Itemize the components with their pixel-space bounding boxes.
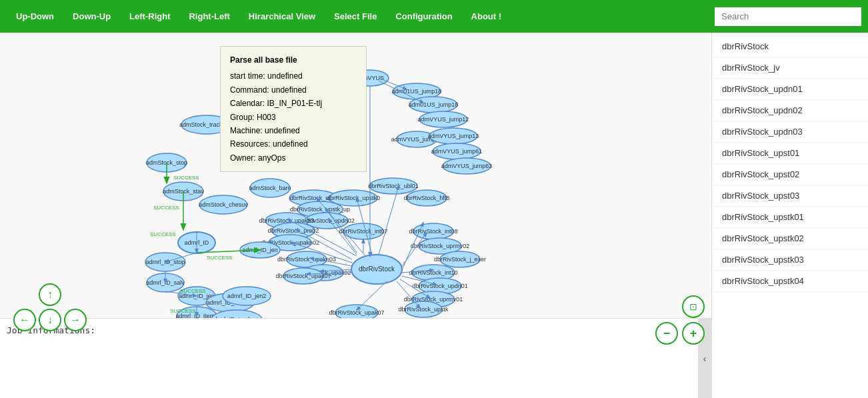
pan-right-button[interactable]: → bbox=[64, 309, 87, 331]
search-input[interactable] bbox=[715, 7, 861, 26]
pan-left-button[interactable]: ← bbox=[13, 309, 36, 331]
infobox-resources: Resources: undefined bbox=[230, 137, 357, 151]
nav-configuration[interactable]: Configuration bbox=[386, 0, 461, 33]
bottom-panel: Job informations: ‹ bbox=[0, 318, 711, 398]
pan-down-button[interactable]: ↓ bbox=[39, 309, 61, 331]
svg-text:dbrRivStock_updn01: dbrRivStock_updn01 bbox=[412, 283, 468, 289]
svg-text:admStock_barn: admStock_barn bbox=[249, 185, 291, 191]
nav-left-right[interactable]: Left-Right bbox=[120, 0, 179, 33]
sidebar-item-5[interactable]: dbrRivStock_upst01 bbox=[712, 143, 868, 164]
svg-text:SUCCESS: SUCCESS bbox=[207, 255, 233, 261]
sidebar-item-9[interactable]: dbrRivStock_upstk02 bbox=[712, 228, 868, 249]
infobox-owner: Owner: anyOps bbox=[230, 151, 357, 165]
svg-line-119 bbox=[379, 186, 399, 255]
nav-about[interactable]: About ! bbox=[462, 0, 511, 33]
svg-text:SUCCESS: SUCCESS bbox=[173, 175, 199, 181]
svg-text:dbrRivStock_hft8: dbrRivStock_hft8 bbox=[404, 195, 450, 201]
sidebar-item-7[interactable]: dbrRivStock_upst03 bbox=[712, 185, 868, 207]
info-box: Parse all base file start time: undefine… bbox=[220, 46, 367, 172]
nav-hierarchical-view[interactable]: Hirarchical View bbox=[239, 0, 325, 33]
sidebar: dbrRivStock dbrRivStock_jv dbrRivStock_u… bbox=[711, 33, 868, 398]
svg-text:admVYUS_jump12: admVYUS_jump12 bbox=[418, 116, 469, 123]
svg-text:admVYUS_jump61: admVYUS_jump61 bbox=[431, 148, 483, 155]
svg-line-107 bbox=[357, 281, 387, 310]
infobox-calendar: Calendar: IB_IN_P01-E-tlj bbox=[230, 97, 357, 110]
svg-text:dbrRivStock_j_exer: dbrRivStock_j_exer bbox=[434, 256, 486, 263]
main-area: Parse all base file start time: undefine… bbox=[0, 33, 868, 398]
svg-text:admStock_chesuv: admStock_chesuv bbox=[199, 201, 248, 208]
sidebar-item-8[interactable]: dbrRivStock_upstk01 bbox=[712, 207, 868, 228]
svg-text:SUCCESS: SUCCESS bbox=[180, 288, 206, 294]
svg-text:adm01US_jump18: adm01US_jump18 bbox=[392, 88, 442, 95]
infobox-group: Group: H003 bbox=[230, 111, 357, 124]
nav-select-file[interactable]: Select File bbox=[325, 0, 386, 33]
sidebar-item-10[interactable]: dbrRivStock_upstk03 bbox=[712, 249, 868, 271]
infobox-command: Command: undefined bbox=[230, 83, 357, 97]
nav-down-up[interactable]: Down-Up bbox=[63, 0, 120, 33]
navbar: Up-Down Down-Up Left-Right Right-Left Hi… bbox=[0, 0, 868, 33]
zoom-out-button[interactable]: − bbox=[655, 322, 678, 345]
svg-text:dbrRivStock_upstk_up: dbrRivStock_upstk_up bbox=[290, 206, 350, 213]
nav-right-left[interactable]: Right-Left bbox=[179, 0, 239, 33]
svg-text:admVYUS_jump63: admVYUS_jump63 bbox=[441, 163, 493, 169]
fit-button[interactable]: ⊡ bbox=[682, 295, 705, 318]
svg-text:dbrRivStock_upak07: dbrRivStock_upak07 bbox=[329, 309, 384, 316]
svg-text:dbrRivStock: dbrRivStock bbox=[359, 265, 395, 273]
svg-text:admVYUS_jump13: admVYUS_jump13 bbox=[428, 133, 479, 139]
sidebar-item-1[interactable]: dbrRivStock_jv bbox=[712, 57, 868, 79]
svg-text:dbrRivStock_upstk: dbrRivStock_upstk bbox=[398, 306, 449, 313]
svg-text:dbrRivStock_ubl01: dbrRivStock_ubl01 bbox=[368, 183, 419, 189]
infobox-machine: Machine: undefined bbox=[230, 124, 357, 137]
svg-text:SUCCESS: SUCCESS bbox=[153, 205, 179, 211]
svg-text:dbrRivStock_upakn03: dbrRivStock_upakn03 bbox=[277, 256, 336, 263]
sidebar-item-2[interactable]: dbrRivStock_updn01 bbox=[712, 79, 868, 100]
sidebar-item-0[interactable]: dbrRivStock bbox=[712, 36, 868, 57]
nav-controls: ↑ ← ↓ → bbox=[13, 283, 87, 331]
pan-up-button[interactable]: ↑ bbox=[39, 283, 61, 306]
job-info: Job informations: bbox=[0, 319, 698, 398]
svg-text:dbrRivStock_int08: dbrRivStock_int08 bbox=[409, 228, 457, 235]
graph-container[interactable]: Parse all base file start time: undefine… bbox=[0, 33, 711, 398]
svg-text:dbrRivStock_upstk0: dbrRivStock_upstk0 bbox=[327, 195, 380, 201]
nav-up-down[interactable]: Up-Down bbox=[7, 0, 63, 33]
infobox-title: Parse all base file bbox=[230, 53, 357, 67]
zoom-controls: ⊡ − + bbox=[655, 295, 705, 345]
svg-text:adm01US_jump18: adm01US_jump18 bbox=[409, 101, 459, 108]
infobox-start-time: start time: undefined bbox=[230, 69, 357, 83]
zoom-in-button[interactable]: + bbox=[682, 322, 705, 345]
svg-text:SUCCESS: SUCCESS bbox=[170, 308, 196, 314]
sidebar-item-4[interactable]: dbrRivStock_updn03 bbox=[712, 121, 868, 143]
sidebar-item-6[interactable]: dbrRivStock_upst02 bbox=[712, 164, 868, 185]
sidebar-item-11[interactable]: dbrRivStock_upstk04 bbox=[712, 271, 868, 292]
svg-text:SUCCESS: SUCCESS bbox=[150, 231, 176, 237]
svg-text:admrl_ID_jen2: admrl_ID_jen2 bbox=[227, 293, 267, 299]
svg-text:dbrRivStock_uprmv02: dbrRivStock_uprmv02 bbox=[411, 243, 470, 249]
svg-text:dbrRivStock_pre02: dbrRivStock_pre02 bbox=[268, 227, 319, 234]
sidebar-item-3[interactable]: dbrRivStock_updn02 bbox=[712, 100, 868, 121]
